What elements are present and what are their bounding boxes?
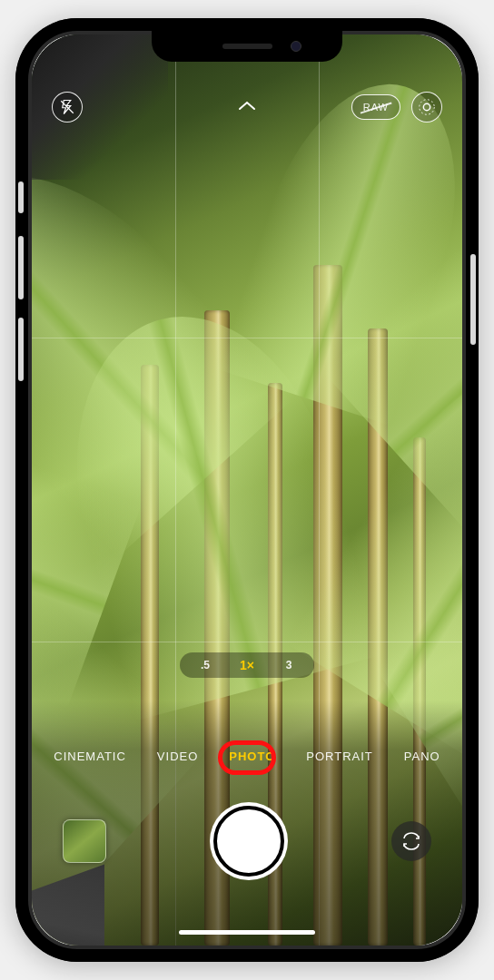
raw-toggle[interactable]: RAW — [351, 94, 400, 120]
mode-video[interactable]: VIDEO — [153, 744, 202, 769]
raw-label: RAW — [363, 102, 389, 113]
power-button — [470, 254, 476, 345]
mode-portrait[interactable]: PORTRAIT — [302, 744, 377, 769]
zoom-option-tele[interactable]: 3 — [278, 659, 300, 671]
shutter-button[interactable] — [213, 806, 284, 877]
expand-controls-button[interactable] — [237, 99, 257, 115]
home-indicator[interactable] — [179, 930, 315, 935]
annotation-highlight — [218, 740, 276, 775]
grid-line — [32, 338, 462, 338]
mute-switch — [18, 181, 24, 213]
flip-camera-icon — [400, 830, 422, 852]
live-photo-icon — [417, 97, 437, 117]
front-camera — [291, 41, 301, 52]
zoom-option-wide[interactable]: 1× — [236, 658, 258, 672]
chevron-up-icon — [237, 99, 257, 112]
mode-pano[interactable]: PANO — [400, 744, 444, 769]
bottom-controls — [32, 800, 462, 882]
svg-point-1 — [423, 103, 430, 110]
flash-off-icon — [59, 99, 75, 115]
last-photo-thumbnail[interactable] — [63, 819, 106, 863]
phone-frame: RAW .5 1× 3 CINEMATIC VIDEO PHOTO PORTRA… — [15, 18, 479, 962]
live-photo-button[interactable] — [411, 92, 442, 122]
mode-cinematic[interactable]: CINEMATIC — [50, 744, 130, 769]
zoom-selector[interactable]: .5 1× 3 — [180, 652, 314, 678]
svg-point-2 — [420, 100, 435, 115]
notch — [152, 31, 342, 62]
grid-line — [32, 642, 462, 642]
top-controls: RAW — [32, 80, 462, 134]
speaker — [222, 44, 272, 49]
flash-button[interactable] — [52, 92, 83, 122]
flip-camera-button[interactable] — [391, 821, 431, 861]
zoom-option-ultrawide[interactable]: .5 — [194, 659, 216, 671]
camera-app-screen: RAW .5 1× 3 CINEMATIC VIDEO PHOTO PORTRA… — [32, 34, 462, 946]
volume-down-button — [18, 318, 24, 381]
volume-up-button — [18, 236, 24, 299]
